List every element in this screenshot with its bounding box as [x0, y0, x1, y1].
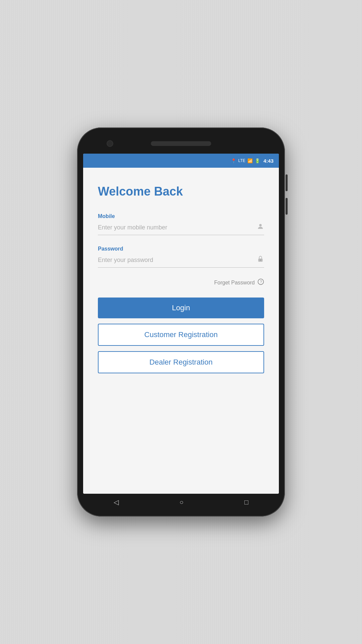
back-button[interactable]: ◁: [114, 498, 119, 506]
person-icon: [257, 223, 264, 232]
volume-button-2: [286, 198, 288, 215]
svg-point-2: [260, 260, 261, 261]
mobile-input[interactable]: [98, 224, 253, 231]
signal-icon: 📶: [247, 158, 253, 163]
location-icon: 📍: [231, 158, 236, 163]
password-input-wrapper: [98, 255, 264, 268]
speaker: [151, 141, 211, 146]
help-icon: ?: [257, 278, 264, 287]
forget-password-text[interactable]: Forget Password: [214, 280, 255, 286]
home-button[interactable]: ○: [179, 498, 183, 506]
status-bar: 📍 LTE 📶 🔋 4:43: [83, 154, 279, 168]
camera: [107, 140, 113, 147]
app-content: Welcome Back Mobile Password: [83, 168, 279, 494]
password-field-group: Password: [98, 246, 264, 268]
mobile-label: Mobile: [98, 213, 264, 219]
volume-button-1: [286, 174, 288, 191]
password-input[interactable]: [98, 257, 253, 264]
recent-button[interactable]: □: [244, 498, 248, 506]
customer-registration-button[interactable]: Customer Registration: [98, 324, 264, 346]
welcome-title: Welcome Back: [98, 184, 264, 199]
status-time: 4:43: [263, 158, 274, 164]
phone-top: [83, 133, 279, 154]
battery-icon: 🔋: [255, 158, 260, 163]
svg-point-0: [259, 224, 261, 226]
lte-icon: LTE: [238, 158, 245, 163]
mobile-field-group: Mobile: [98, 213, 264, 235]
dealer-registration-button[interactable]: Dealer Registration: [98, 351, 264, 373]
phone-device: 📍 LTE 📶 🔋 4:43 Welcome Back Mobile: [77, 127, 285, 517]
lock-icon: [257, 255, 264, 265]
phone-screen: 📍 LTE 📶 🔋 4:43 Welcome Back Mobile: [83, 154, 279, 494]
forget-password-row: Forget Password ?: [98, 278, 264, 287]
mobile-input-wrapper: [98, 223, 264, 235]
svg-text:?: ?: [260, 280, 262, 284]
login-button[interactable]: Login: [98, 298, 264, 318]
status-icons: 📍 LTE 📶 🔋 4:43: [231, 158, 274, 164]
bottom-nav: ◁ ○ □: [83, 494, 279, 511]
password-label: Password: [98, 246, 264, 252]
